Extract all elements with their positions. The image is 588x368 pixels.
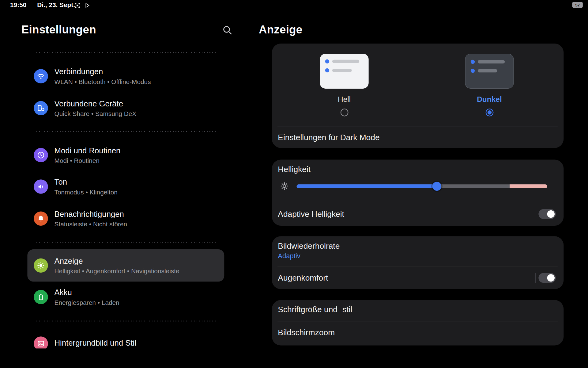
extra-brightness-zone [510,184,547,188]
sidebar-separator [36,321,217,321]
sidebar-item-benachrichtigungen[interactable]: BenachrichtigungenStatusleiste • Nicht s… [34,204,221,233]
sidebar-item-label: Anzeige [55,256,179,266]
display-icon [34,258,48,273]
sidebar-item-sub: Quick Share • Samsung DeX [55,110,137,118]
preview-dot [325,59,329,63]
preview-dot [471,60,475,64]
preview-bar [332,60,359,63]
bell-icon [34,211,48,226]
sidebar-item-sub: Modi • Routinen [55,157,121,165]
sidebar-item-akku[interactable]: AkkuEnergiesparen • Laden [34,283,221,311]
brightness-handle[interactable] [432,182,441,191]
brightness-card: Helligkeit Adaptive Helligkeit [272,159,564,226]
preview-bar [478,69,497,72]
dark-theme-preview [465,54,514,89]
screen: 19:50 Di., 23. Sept. 57 Einstellungen Ve… [0,0,588,368]
refresh-rate-row[interactable]: Bildwiederholrate [278,241,340,251]
card-divider [277,321,558,321]
play-icon [84,2,90,9]
theme-card: Hell Dunkel Einstellungen für Dark Mode [272,44,564,148]
theme-option-light[interactable]: Hell [320,54,368,116]
preview-dot [325,68,329,72]
brightness-fill [297,184,437,188]
sidebar-item-label: Verbindungen [55,67,151,76]
card-divider [277,127,558,127]
row-divider [535,273,536,283]
sidebar-item-sub: Helligkeit • Augenkomfort • Navigationsl… [55,267,179,275]
font-card: Schriftgröße und -stil Bildschirmzoom [272,300,564,345]
font-size-row[interactable]: Schriftgröße und -stil [278,304,352,315]
sidebar-item-sub: Statusleiste • Nicht stören [55,220,127,228]
brightness-title: Helligkeit [278,164,311,174]
status-bar: 19:50 Di., 23. Sept. 57 [0,0,588,11]
battery-indicator: 57 [572,2,583,8]
refresh-rate-card: Bildwiederholrate Adaptiv Augenkomfort [272,236,564,289]
brightness-sun-icon [279,181,289,191]
sidebar-item-label: Verbundene Geräte [55,98,137,108]
sidebar-item-anzeige[interactable]: AnzeigeHelligkeit • Augenkomfort • Navig… [27,249,224,282]
clock: 19:50 [10,2,26,9]
connected-devices-icon [34,101,48,115]
page-title: Anzeige [259,23,303,36]
dark-theme-label: Dunkel [477,95,502,104]
sound-icon [34,179,48,194]
theme-option-dark[interactable]: Dunkel [465,54,514,116]
adaptive-brightness-toggle[interactable] [538,209,556,219]
sidebar-separator [36,131,217,132]
status-date: Di., 23. Sept. [37,2,75,9]
light-theme-radio[interactable] [340,109,348,117]
sidebar-item-label: Akku [55,287,119,297]
preview-bar [478,60,505,63]
sidebar-item-ton[interactable]: TonTonmodus • Klingelton [34,172,221,201]
eye-comfort-row[interactable]: Augenkomfort [278,273,328,283]
light-theme-label: Hell [338,95,351,104]
sidebar-item-sub: WLAN • Bluetooth • Offline-Modus [55,78,151,86]
sidebar-item-label: Ton [55,177,118,187]
brightness-slider[interactable] [297,184,547,188]
light-theme-preview [320,54,368,89]
sidebar-item-verbundene-geraete[interactable]: Verbundene GeräteQuick Share • Samsung D… [34,94,221,122]
preview-bar [332,69,352,72]
search-icon[interactable] [222,25,232,35]
dark-mode-settings-row[interactable]: Einstellungen für Dark Mode [278,132,379,143]
settings-title: Einstellungen [21,23,96,36]
sidebar-item-label: Hintergrundbild und Stil [55,338,136,348]
sidebar-separator [36,242,217,243]
refresh-rate-value: Adaptiv [278,251,300,260]
sidebar-item-modi-routinen[interactable]: Modi und RoutinenModi • Routinen [34,141,221,169]
card-divider [277,266,558,267]
sidebar-item-label: Modi und Routinen [55,145,121,155]
sidebar-item-verbindungen[interactable]: VerbindungenWLAN • Bluetooth • Offline-M… [34,62,221,90]
modes-routines-icon [34,148,48,162]
sidebar-item-sub: Tonmodus • Klingelton [55,188,118,196]
adaptive-brightness-label: Adaptive Helligkeit [278,209,344,219]
sidebar-item-sub: Energiesparen • Laden [55,299,119,307]
battery-icon [34,290,48,304]
screen-zoom-row[interactable]: Bildschirmzoom [278,328,335,338]
dark-theme-radio[interactable] [485,109,493,117]
wifi-icon [34,69,48,83]
taskbar: Di 23 [0,348,588,368]
preview-dot [471,69,475,73]
sidebar-separator [36,52,217,53]
screenshot-icon [74,2,81,9]
sidebar-item-label: Benachrichtigungen [55,209,127,219]
eye-comfort-toggle[interactable] [538,273,556,283]
